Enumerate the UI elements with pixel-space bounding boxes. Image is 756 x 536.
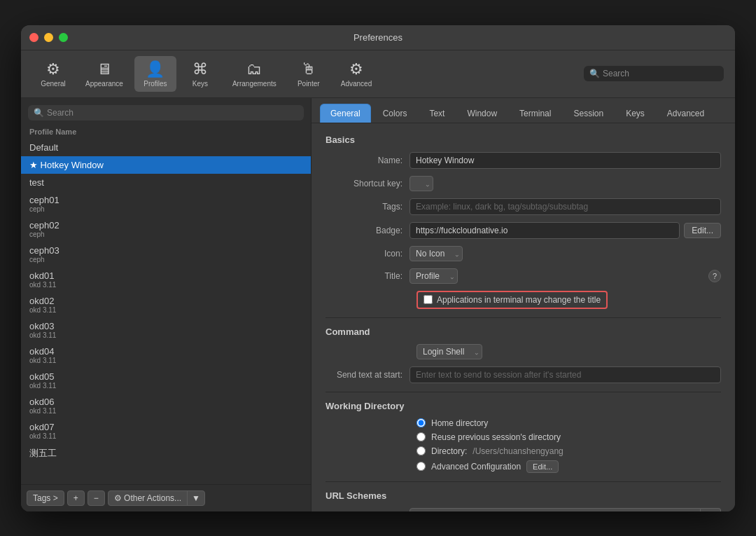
detail-panel: General Colors Text Window Terminal Sess… bbox=[312, 98, 735, 511]
pointer-icon: 🖱 bbox=[301, 60, 316, 78]
general-label: General bbox=[41, 80, 66, 88]
change-title-highlight: Applications in terminal may change the … bbox=[416, 291, 608, 309]
appearance-icon: 🖥 bbox=[97, 60, 112, 78]
basics-section-title: Basics bbox=[326, 135, 721, 145]
profile-item-okd05[interactable]: okd05 okd 3.11 bbox=[21, 368, 311, 393]
close-button[interactable] bbox=[29, 33, 38, 42]
tags-button[interactable]: Tags > bbox=[27, 490, 64, 506]
toolbar-pointer[interactable]: 🖱 Pointer bbox=[288, 56, 330, 92]
minimize-button[interactable] bbox=[44, 33, 53, 42]
tab-keys[interactable]: Keys bbox=[615, 104, 655, 123]
profiles-label: Profiles bbox=[144, 80, 167, 88]
sidebar-search-icon: 🔍 bbox=[34, 108, 44, 118]
toolbar-advanced[interactable]: ⚙ Advanced bbox=[332, 56, 380, 92]
url-schemes-arrow[interactable]: ▼ bbox=[701, 508, 721, 511]
working-dir-advanced-label: Advanced Configuration bbox=[431, 462, 521, 472]
profile-item-okd02[interactable]: okd02 okd 3.11 bbox=[21, 292, 311, 317]
tab-colors[interactable]: Colors bbox=[372, 104, 418, 123]
profile-item-test[interactable]: test bbox=[21, 174, 311, 191]
working-dir-advanced: Advanced Configuration Edit... bbox=[416, 460, 721, 473]
toolbar-appearance[interactable]: 🖥 Appearance bbox=[77, 56, 132, 92]
section-divider-1 bbox=[326, 317, 721, 318]
badge-edit-button[interactable]: Edit... bbox=[684, 223, 721, 238]
name-row: Name: bbox=[326, 152, 721, 169]
profile-item-ceph02[interactable]: ceph02 ceph bbox=[21, 217, 311, 242]
tab-bar: General Colors Text Window Terminal Sess… bbox=[312, 98, 735, 123]
titlebar: Preferences bbox=[21, 25, 735, 50]
tab-session[interactable]: Session bbox=[563, 104, 614, 123]
sidebar-search-box[interactable]: 🔍 bbox=[28, 105, 304, 121]
working-dir-reuse-radio[interactable] bbox=[416, 432, 426, 441]
profile-item-okd06[interactable]: okd06 okd 3.11 bbox=[21, 393, 311, 418]
tags-input[interactable] bbox=[410, 198, 721, 215]
window-title: Preferences bbox=[354, 32, 402, 43]
name-input[interactable] bbox=[410, 152, 721, 169]
badge-input[interactable] bbox=[410, 222, 680, 239]
working-dir-reuse: Reuse previous session's directory bbox=[416, 432, 721, 442]
tab-general[interactable]: General bbox=[320, 104, 371, 123]
search-input[interactable] bbox=[603, 69, 715, 78]
other-actions-button[interactable]: ⚙ Other Actions... ▼ bbox=[108, 490, 205, 506]
profile-item-default[interactable]: Default bbox=[21, 139, 311, 156]
section-divider-2 bbox=[326, 392, 721, 392]
icon-row: Icon: No Icon bbox=[326, 246, 721, 261]
icon-label: Icon: bbox=[326, 249, 410, 259]
tags-label: Tags: bbox=[326, 202, 410, 212]
profile-item-okd04[interactable]: okd04 okd 3.11 bbox=[21, 343, 311, 368]
remove-profile-button[interactable]: − bbox=[88, 490, 105, 506]
working-dir-custom-radio[interactable] bbox=[416, 446, 426, 455]
profile-item-ceph01[interactable]: ceph01 ceph bbox=[21, 191, 311, 217]
change-title-row: Applications in terminal may change the … bbox=[416, 291, 721, 309]
arrangements-label: Arrangements bbox=[232, 80, 276, 88]
toolbar-search-box[interactable]: 🔍 bbox=[584, 66, 724, 81]
sidebar: 🔍 Profile Name Default ★ Hotkey Window t… bbox=[21, 98, 312, 511]
arrangements-icon: 🗂 bbox=[246, 60, 262, 78]
profile-item-okd03[interactable]: okd03 okd 3.11 bbox=[21, 317, 311, 343]
advanced-icon: ⚙ bbox=[349, 60, 363, 78]
name-label: Name: bbox=[326, 156, 410, 165]
shortcut-label: Shortcut key: bbox=[326, 179, 410, 188]
url-schemes-title: URL Schemes bbox=[326, 490, 721, 501]
profile-item-other[interactable]: 测五工 bbox=[21, 444, 311, 463]
working-dir-edit-button[interactable]: Edit... bbox=[526, 460, 559, 473]
traffic-lights bbox=[29, 33, 68, 42]
sidebar-search-area: 🔍 bbox=[21, 98, 311, 125]
profile-item-ceph03[interactable]: ceph03 ceph bbox=[21, 242, 311, 267]
working-dir-advanced-radio[interactable] bbox=[416, 462, 426, 471]
tab-window[interactable]: Window bbox=[456, 104, 507, 123]
toolbar-general[interactable]: ⚙ General bbox=[32, 56, 74, 92]
add-profile-button[interactable]: + bbox=[67, 490, 85, 506]
shortcut-row: Shortcut key: bbox=[326, 176, 721, 191]
working-dir-custom-label: Directory: bbox=[431, 446, 467, 456]
change-title-checkbox[interactable] bbox=[424, 295, 433, 304]
profile-item-okd07[interactable]: okd07 okd 3.11 bbox=[21, 418, 311, 444]
tab-terminal[interactable]: Terminal bbox=[509, 104, 561, 123]
sidebar-footer: Tags > + − ⚙ Other Actions... ▼ bbox=[21, 484, 311, 511]
icon-select[interactable]: No Icon bbox=[410, 246, 463, 261]
working-dir-home-radio[interactable] bbox=[416, 418, 426, 427]
profile-item-okd01[interactable]: okd01 okd 3.11 bbox=[21, 267, 311, 292]
send-text-input[interactable] bbox=[410, 366, 721, 383]
toolbar-items: ⚙ General 🖥 Appearance 👤 Profiles ⌘ Keys… bbox=[32, 56, 584, 92]
tab-advanced[interactable]: Advanced bbox=[657, 104, 715, 123]
command-select[interactable]: Login Shell bbox=[416, 344, 482, 359]
shortcut-select[interactable] bbox=[410, 176, 433, 191]
badge-label: Badge: bbox=[326, 226, 410, 235]
sidebar-search-input[interactable] bbox=[47, 108, 298, 118]
preferences-window: Preferences ⚙ General 🖥 Appearance 👤 Pro… bbox=[21, 25, 735, 511]
other-actions-label: ⚙ Other Actions... bbox=[108, 491, 188, 505]
advanced-label: Advanced bbox=[341, 80, 372, 88]
title-select[interactable]: Profile bbox=[410, 268, 458, 284]
toolbar-profiles[interactable]: 👤 Profiles bbox=[134, 56, 176, 92]
profile-item-hotkey-window[interactable]: ★ Hotkey Window bbox=[21, 156, 311, 174]
search-icon: 🔍 bbox=[589, 69, 600, 78]
maximize-button[interactable] bbox=[59, 33, 68, 42]
url-schemes-select[interactable]: Select URL Schemes... bbox=[410, 508, 701, 511]
tab-text[interactable]: Text bbox=[419, 104, 455, 123]
title-help-button[interactable]: ? bbox=[708, 270, 721, 282]
toolbar-keys[interactable]: ⌘ Keys bbox=[179, 56, 221, 92]
main-content: 🔍 Profile Name Default ★ Hotkey Window t… bbox=[21, 98, 735, 511]
keys-label: Keys bbox=[192, 80, 208, 88]
toolbar-arrangements[interactable]: 🗂 Arrangements bbox=[224, 56, 285, 92]
command-section-title: Command bbox=[326, 327, 721, 337]
